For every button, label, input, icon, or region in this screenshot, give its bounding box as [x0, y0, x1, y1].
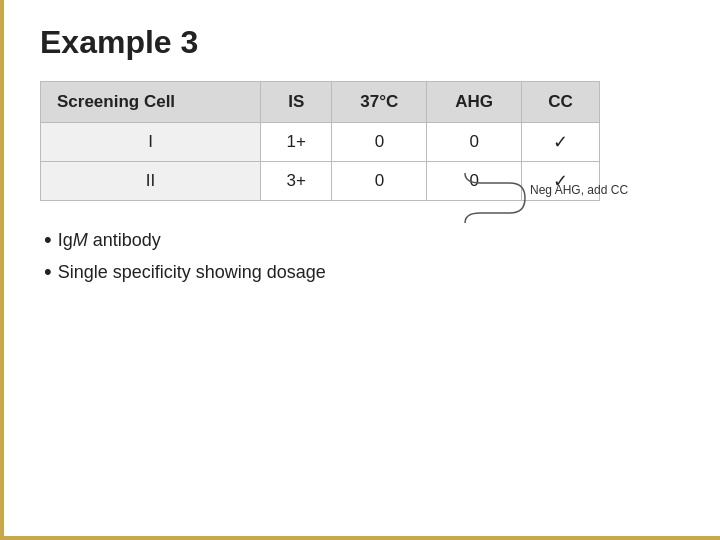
brace-svg	[460, 173, 570, 225]
brace-annotation: Neg AHG, add CC	[460, 173, 570, 229]
col-header-is: IS	[261, 82, 332, 123]
col-header-37c: 37°C	[332, 82, 427, 123]
cell-row1-ahg: 0	[427, 123, 522, 162]
page: Example 3 Screening Cell IS 37°C AHG CC …	[0, 0, 720, 317]
bullet-dot-1: •	[44, 229, 52, 251]
annotation-label: Neg AHG, add CC	[530, 183, 628, 197]
cell-row1-cc: ✓	[522, 123, 600, 162]
table-row: I 1+ 0 0 ✓	[41, 123, 600, 162]
bullet-item-1: • IgM antibody	[44, 229, 680, 251]
cell-row1-37c: 0	[332, 123, 427, 162]
table-header: Screening Cell IS 37°C AHG CC	[41, 82, 600, 123]
bullet-dot-2: •	[44, 261, 52, 283]
cell-row2-screening: II	[41, 162, 261, 201]
bullet-item-2: • Single specificity showing dosage	[44, 261, 680, 283]
cell-row2-is: 3+	[261, 162, 332, 201]
bullet-text-1: IgM antibody	[58, 230, 161, 251]
col-header-screening-cell: Screening Cell	[41, 82, 261, 123]
col-header-cc: CC	[522, 82, 600, 123]
cell-row1-is: 1+	[261, 123, 332, 162]
bullet-list: • IgM antibody • Single specificity show…	[40, 229, 680, 283]
cell-row1-screening: I	[41, 123, 261, 162]
bullet-text-2: Single specificity showing dosage	[58, 262, 326, 283]
cell-row2-37c: 0	[332, 162, 427, 201]
table-annotation-container: Screening Cell IS 37°C AHG CC I 1+ 0 0 ✓	[40, 81, 680, 201]
col-header-ahg: AHG	[427, 82, 522, 123]
page-title: Example 3	[40, 24, 680, 61]
